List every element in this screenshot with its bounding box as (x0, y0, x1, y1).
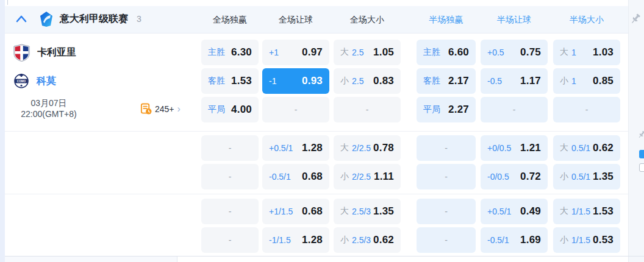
odds-cell-empty: - (201, 227, 259, 253)
home-team-name: 卡利亚里 (37, 46, 76, 59)
odds-cell-overunder[interactable]: 小2.5/30.62 (334, 227, 401, 253)
action-icon-clipped[interactable] (639, 150, 644, 158)
collapse-button[interactable] (16, 15, 27, 23)
league-match-count: 3 (137, 14, 141, 24)
section-bottom-divider (5, 256, 644, 257)
odds-cell-empty: - (201, 199, 259, 224)
odds-cell-handicap[interactable]: +10.97 (262, 40, 329, 65)
odds-cell-handicap[interactable]: -0.5/10.68 (262, 164, 329, 189)
chevron-right-icon: › (177, 105, 181, 113)
odds-cell-overunder[interactable]: 小1/1.50.53 (553, 227, 620, 253)
league-title: 意大利甲级联赛 (60, 13, 128, 26)
away-team-row[interactable]: COMO 科莫 (13, 71, 56, 91)
odds-cell-empty: - (417, 135, 476, 161)
page-left-strip (0, 0, 5, 262)
more-markets-button[interactable]: 245+ › (140, 103, 181, 115)
odds-cell-win[interactable]: 主胜6.60 (417, 40, 476, 65)
group-divider (5, 194, 628, 194)
odds-cell-overunder[interactable]: 大2.51.05 (334, 40, 401, 65)
away-team-name: 科莫 (37, 75, 56, 88)
previous-section-edge (7, 0, 8, 5)
betting-odds-panel: 意大利甲级联赛 3 全场独赢 全场让球 全场大小 半场独赢 半场让球 半场大小 … (0, 0, 644, 262)
column-header-full-overunder: 全场大小 (334, 15, 401, 26)
column-header-full-handicap: 全场让球 (262, 15, 329, 26)
column-header-full-win: 全场独赢 (201, 15, 259, 26)
pin-icon-clipped[interactable] (637, 130, 644, 142)
odds-cell-handicap[interactable]: +0.5/11.28 (262, 135, 329, 161)
odds-cell-handicap[interactable]: -0.51.17 (481, 68, 548, 94)
odds-cell-empty: - (201, 135, 259, 161)
match-time: 22:00(GMT+8) (6, 108, 91, 119)
odds-cell-empty: - (334, 97, 401, 122)
odds-cell-overunder[interactable]: 大2/2.50.78 (334, 135, 401, 161)
odds-cell-overunder[interactable]: 小2/2.51.11 (334, 164, 401, 189)
odds-cell-empty: - (262, 97, 329, 122)
odds-cell-empty: - (417, 199, 476, 224)
odds-cell-overunder[interactable]: 大0.5/10.62 (553, 135, 620, 161)
odds-cell-overunder[interactable]: 大2.5/31.35 (334, 199, 401, 224)
odds-cell-overunder[interactable]: 大11.03 (553, 40, 620, 65)
next-section-divider (177, 257, 177, 262)
odds-cell-win[interactable]: 平局2.27 (417, 97, 476, 122)
como-crest-icon: COMO (13, 73, 29, 89)
odds-cell-handicap[interactable]: +0/0.51.21 (481, 135, 548, 161)
serie-a-logo-icon (39, 11, 54, 27)
more-markets-count: 245+ (155, 104, 174, 114)
column-header-half-overunder: 半场大小 (553, 15, 620, 26)
odds-cell-empty: - (553, 97, 620, 122)
odds-cell-empty: - (417, 164, 476, 189)
odds-cell-overunder[interactable]: 小10.85 (553, 68, 620, 94)
pin-icon[interactable] (629, 12, 642, 26)
odds-cell-empty: - (481, 97, 548, 122)
column-header-half-win: 半场独赢 (417, 15, 476, 26)
odds-cell-handicap[interactable]: -0/0.50.72 (481, 164, 548, 189)
odds-cell-handicap[interactable]: +0.50.75 (481, 40, 548, 65)
odds-cell-handicap[interactable]: -1/1.51.28 (262, 227, 329, 253)
match-datetime: 03月07日 22:00(GMT+8) (6, 97, 91, 119)
svg-text:COMO: COMO (17, 80, 26, 83)
action-icon-clipped[interactable] (639, 163, 644, 172)
chevron-up-icon (16, 15, 27, 23)
odds-cell-win[interactable]: 客胜2.17 (417, 68, 476, 94)
next-section-sliver (5, 257, 177, 262)
odds-cell-win[interactable]: 平局4.00 (201, 97, 259, 122)
odds-cell-overunder[interactable]: 大1/1.51.53 (553, 199, 620, 224)
markets-stats-icon (140, 103, 152, 115)
odds-cell-overunder[interactable]: 小0.5/11.35 (553, 164, 620, 189)
group-divider (5, 131, 628, 132)
odds-cell-handicap[interactable]: -0.5/11.69 (481, 227, 548, 253)
odds-cell-empty: - (417, 227, 476, 253)
column-header-half-handicap: 半场让球 (481, 15, 548, 26)
odds-cell-overunder[interactable]: 小2.50.83 (334, 68, 401, 94)
odds-cell-handicap-selected[interactable]: -10.93 (262, 68, 329, 94)
odds-cell-empty: - (201, 164, 259, 189)
odds-cell-win[interactable]: 客胜1.53 (201, 68, 259, 94)
cagliari-crest-icon (13, 44, 30, 62)
odds-cell-handicap[interactable]: +1/1.50.68 (262, 199, 329, 224)
home-team-row[interactable]: 卡利亚里 (13, 43, 76, 62)
match-date: 03月07日 (6, 97, 91, 108)
odds-cell-win[interactable]: 主胜6.30 (201, 40, 259, 65)
odds-cell-handicap[interactable]: +0.5/10.49 (481, 199, 548, 224)
